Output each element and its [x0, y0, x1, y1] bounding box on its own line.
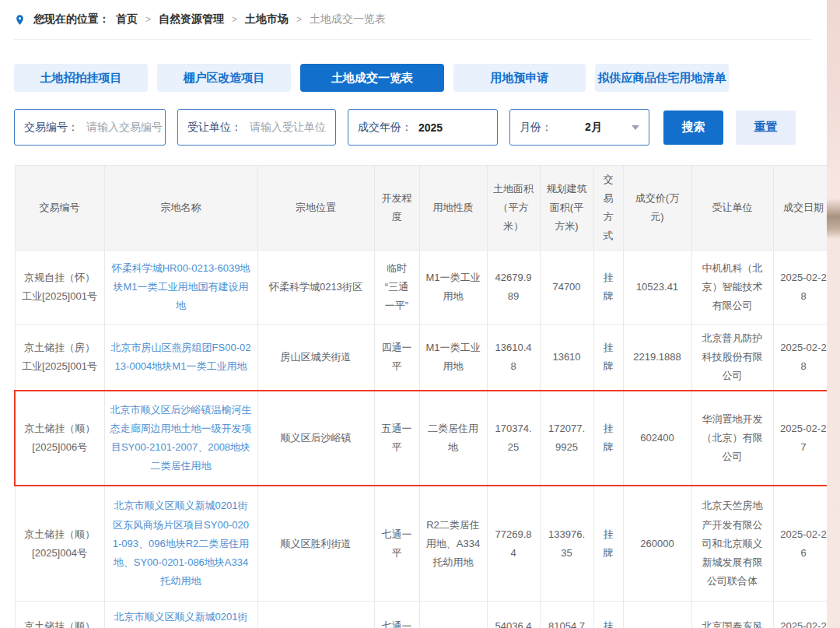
breadcrumb-current-page: 土地成交一览表: [310, 12, 386, 26]
cell-deal-date: 2025-02-28: [773, 251, 834, 325]
tab-bar: 土地招拍挂项目 棚户区改造项目 土地成交一览表 用地预申请 拟供应商品住宅用地清…: [14, 64, 812, 92]
cell-planned-floor-area: 172077.9925: [540, 391, 593, 486]
transaction-id-input[interactable]: 交易编号： 请输入交易编号: [14, 109, 166, 146]
month-label: 月份：: [520, 121, 552, 135]
cell-transaction-id: 京规自挂（怀）工业[2025]001号: [15, 251, 104, 325]
col-parcel-name: 宗地名称: [104, 166, 257, 251]
cell-transaction-mode: 挂牌: [593, 251, 623, 325]
search-button[interactable]: 搜索: [663, 111, 723, 145]
cell-planned-floor-area: 74700: [540, 251, 593, 325]
tab-land-bidding-projects[interactable]: 土地招拍挂项目: [14, 64, 148, 92]
tab-planned-residential-land-list[interactable]: 拟供应商品住宅用地清单: [595, 64, 729, 92]
cell-deal-price: 2219.1888: [623, 325, 691, 391]
parcel-name-link[interactable]: 北京市顺义区顺义新城0201街区东风商场片区项目SY00-0201-116地块B…: [113, 611, 249, 628]
location-pin-icon: [14, 14, 26, 26]
cell-land-use-type: R2二类居住用地、A334托幼用地: [419, 486, 487, 601]
breadcrumb-land-market[interactable]: 土地市场: [245, 12, 289, 26]
deal-year-value: 2025: [418, 121, 443, 134]
cell-development-level: 四通一平: [374, 325, 419, 391]
cell-planned-floor-area: 81054.74: [540, 601, 593, 628]
table-row: 京土储挂（房）工业[2025]001号北京市房山区燕房组团FS00-0213-0…: [15, 325, 834, 391]
cell-development-level: 五通一平: [374, 391, 419, 486]
land-transaction-page: 您现在的位置： 首页 > 自然资源管理 > 土地市场 > 土地成交一览表 土地招…: [0, 0, 826, 628]
col-planned-floor-area: 规划建筑面积(平方米): [540, 166, 593, 251]
cell-transaction-id: 京土储挂（顺）[2025]004号: [15, 486, 104, 601]
breadcrumb-separator: >: [232, 14, 237, 25]
cell-parcel-name: 北京市房山区燕房组团FS00-0213-0004地块M1一类工业用地: [104, 325, 257, 391]
transferee-input[interactable]: 受让单位： 请输入受让单位: [177, 109, 336, 146]
cell-transaction-id: 京土储挂（顺）[2025]005号: [15, 601, 104, 628]
cell-planned-floor-area: 13610: [540, 325, 593, 391]
cell-parcel-location: 怀柔科学城0213街区: [257, 251, 374, 325]
breadcrumb: 您现在的位置： 首页 > 自然资源管理 > 土地市场 > 土地成交一览表: [14, 12, 812, 26]
cell-transaction-id: 京土储挂（房）工业[2025]001号: [15, 325, 104, 391]
land-transaction-table: 交易编号 宗地名称 宗地位置 开发程度 用地性质 土地面积（平方米） 规划建筑面…: [14, 165, 835, 628]
background-photo-blob: [827, 198, 840, 239]
col-deal-date: 成交日期: [773, 166, 834, 251]
deal-year-input[interactable]: 成交年份： 2025: [348, 109, 498, 146]
cell-transaction-id: 京土储挂（顺）[2025]006号: [15, 391, 104, 486]
breadcrumb-divider: [14, 39, 812, 40]
cell-transferee: 北京国泰东风商城有限公司: [691, 601, 773, 628]
cell-transaction-mode: 挂牌: [593, 601, 623, 628]
month-value: 2月: [558, 121, 628, 135]
parcel-name-link[interactable]: 北京市顺义区顺义新城0201街区东风商场片区项目SY00-0201-093、09…: [113, 500, 250, 586]
cell-development-level: 临时“三通一平”: [374, 251, 419, 325]
table-row: 京土储挂（顺）[2025]004号北京市顺义区顺义新城0201街区东风商场片区项…: [15, 486, 834, 601]
cell-development-level: 七通一平: [374, 486, 419, 601]
cell-planned-floor-area: 133976.35: [540, 486, 593, 601]
cell-transferee: 北京普凡防护科技股份有限公司: [691, 325, 773, 391]
col-transferee: 受让单位: [691, 166, 773, 251]
transaction-id-label: 交易编号：: [24, 121, 79, 135]
parcel-name-link[interactable]: 北京市顺义区后沙峪镇温榆河生态走廊周边用地土地一级开发项目SY00-2101-2…: [110, 404, 252, 472]
tab-land-transaction-list[interactable]: 土地成交一览表: [300, 64, 444, 92]
table-row: 京规自挂（怀）工业[2025]001号怀柔科学城HR00-0213-6039地块…: [15, 251, 834, 325]
cell-parcel-name: 北京市顺义区顺义新城0201街区东风商场片区项目SY00-0201-093、09…: [104, 486, 257, 601]
cell-parcel-location: 顺义区胜利街道: [257, 486, 374, 601]
breadcrumb-natural-resources[interactable]: 自然资源管理: [159, 12, 224, 26]
cell-parcel-name: 怀柔科学城HR00-0213-6039地块M1一类工业用地国有建设用地: [104, 251, 257, 325]
background-photo-edge: [827, 0, 840, 628]
cell-deal-date: 2025-02-26: [773, 601, 834, 628]
cell-parcel-location: 顺义区后沙峪镇: [257, 391, 374, 486]
col-parcel-location: 宗地位置: [257, 166, 374, 251]
cell-land-area: 170374.25: [487, 391, 540, 486]
cell-land-area: 77269.84: [487, 486, 540, 601]
filter-bar: 交易编号： 请输入交易编号 受让单位： 请输入受让单位 成交年份： 2025 月…: [14, 109, 812, 146]
cell-land-use-type: M1一类工业用地: [419, 251, 487, 325]
cell-deal-date: 2025-02-28: [773, 325, 834, 391]
reset-button[interactable]: 重置: [736, 111, 796, 145]
cell-parcel-name: 北京市顺义区后沙峪镇温榆河生态走廊周边用地土地一级开发项目SY00-2101-2…: [104, 391, 257, 486]
cell-deal-date: 2025-02-26: [773, 486, 834, 601]
month-select[interactable]: 月份： 2月: [509, 109, 649, 146]
col-transaction-mode: 交易方式: [593, 166, 623, 251]
table-header-row: 交易编号 宗地名称 宗地位置 开发程度 用地性质 土地面积（平方米） 规划建筑面…: [15, 166, 834, 251]
breadcrumb-home[interactable]: 首页: [116, 12, 138, 26]
cell-land-use-type: M1一类工业用地: [419, 325, 487, 391]
cell-deal-price: 260000: [623, 486, 691, 601]
cell-land-area: 13610.48: [487, 325, 540, 391]
col-transaction-id: 交易编号: [15, 166, 104, 251]
table-row: 京土储挂（顺）[2025]005号北京市顺义区顺义新城0201街区东风商场片区项…: [15, 601, 834, 628]
col-deal-price: 成交价(万元): [623, 166, 691, 251]
cell-transferee: 华润置地开发（北京）有限公司: [691, 391, 773, 486]
cell-transaction-mode: 挂牌: [593, 325, 623, 391]
table-body: 京规自挂（怀）工业[2025]001号怀柔科学城HR00-0213-6039地块…: [15, 251, 834, 628]
parcel-name-link[interactable]: 北京市房山区燕房组团FS00-0213-0004地块M1一类工业用地: [111, 342, 251, 372]
col-land-area: 土地面积（平方米）: [487, 166, 540, 251]
parcel-name-link[interactable]: 怀柔科学城HR00-0213-6039地块M1一类工业用地国有建设用地: [112, 262, 250, 311]
breadcrumb-prefix: 您现在的位置：: [33, 12, 110, 26]
table-row-highlighted: 京土储挂（顺）[2025]006号北京市顺义区后沙峪镇温榆河生态走廊周边用地土地…: [15, 391, 834, 486]
tab-land-pre-application[interactable]: 用地预申请: [453, 64, 586, 92]
cell-deal-price: 602400: [623, 391, 691, 486]
col-development-level: 开发程度: [374, 166, 419, 251]
cell-parcel-location: 房山区城关街道: [257, 325, 374, 391]
cell-transferee: 北京天竺房地产开发有限公司和北京顺义新城发展有限公司联合体: [691, 486, 773, 601]
tab-shantytown-renovation-projects[interactable]: 棚户区改造项目: [157, 64, 291, 92]
transferee-placeholder: 请输入受让单位: [250, 121, 326, 135]
cell-land-area: 54036.49: [487, 601, 540, 628]
chevron-down-icon: [632, 125, 639, 130]
cell-parcel-name: 北京市顺义区顺义新城0201街区东风商场片区项目SY00-0201-116地块B…: [104, 601, 257, 628]
cell-land-use-type: B1商业用地: [419, 601, 487, 628]
cell-deal-price: 10523.41: [623, 251, 691, 325]
